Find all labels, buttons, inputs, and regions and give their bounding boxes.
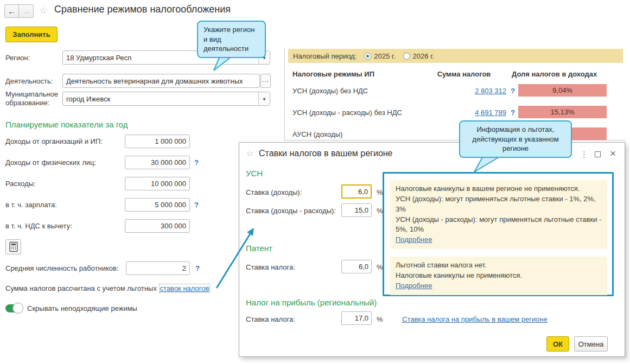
chevron-down-icon: ▾ (263, 96, 265, 102)
usn-section-header: УСН (246, 169, 263, 178)
info-line: Налоговые каникулы в вашем регионе не пр… (396, 184, 602, 194)
calculator-icon (9, 241, 18, 252)
help-icon[interactable]: ? (194, 158, 199, 167)
percent-sign: % (377, 315, 383, 323)
ok-button[interactable]: ОК (546, 336, 569, 352)
tax-period-bar: Налоговый период: 2025 г. 2026 г. (288, 49, 623, 63)
more-menu-icon[interactable]: ⋮ (580, 150, 588, 159)
toggle-knob (12, 303, 23, 314)
profit-rate-input[interactable] (341, 311, 372, 325)
vat-deduction-input[interactable] (125, 219, 190, 233)
radio-selected-icon (364, 53, 371, 60)
column-header-amount: Сумма налогов (421, 70, 507, 78)
details-link[interactable]: Подробнее (396, 235, 432, 244)
tax-period-label: Налоговый период: (293, 52, 357, 60)
profit-rate-label: Ставка налога: (246, 315, 295, 323)
info-line: УСН (доходы): могут применяться льготные… (396, 194, 602, 215)
share-bar: 15,13% (518, 106, 607, 118)
benefits-info-container: Налоговые каникулы в вашем регионе не пр… (383, 172, 614, 296)
app-window: ← → ☆ Сравнение режимов налогообложения … (0, 0, 630, 364)
column-header-regimes: Налоговые режимы ИП (292, 70, 374, 78)
regime-name: УСН (доходы) без НДС (292, 87, 368, 95)
expenses-label: Расходы: (5, 180, 36, 188)
municipality-value: город Ижевск (63, 95, 258, 103)
percent-sign: % (377, 207, 383, 215)
details-link[interactable]: Подробнее (396, 282, 432, 290)
usn-income-rate-input[interactable] (341, 184, 372, 199)
employees-label: Средняя численность работников: (5, 264, 119, 272)
municipality-dropdown-button[interactable]: ▾ (258, 92, 270, 105)
vat-deduction-label: в т. ч. НДС к вычету: (5, 222, 72, 230)
tax-amount-cell: 2 803 312 (421, 87, 506, 95)
radio-2026[interactable]: 2026 г. (403, 52, 434, 60)
help-icon[interactable]: ? (195, 264, 200, 272)
radio-2025[interactable]: 2025 г. (364, 52, 395, 60)
patent-section-header: Патент (246, 244, 272, 253)
regional-profit-rate-link[interactable]: Ставка налога на прибыль в вашем регионе (402, 315, 548, 323)
cancel-button[interactable]: Отмена (574, 336, 608, 352)
activity-field[interactable]: Деятельность ветеринарная для домашних ж… (62, 74, 260, 88)
info-line: Льготной ставки налога нет. (396, 260, 602, 271)
planned-indicators-header: Планируемые показатели за год (5, 120, 128, 129)
patent-rate-label: Ставка налога: (246, 263, 295, 271)
salary-input[interactable] (125, 198, 190, 212)
usn-income-rate-label: Ставка (доходы): (246, 188, 302, 196)
tax-comparison-panel: Налоговый период: 2025 г. 2026 г. Налого… (284, 48, 626, 141)
income-individuals-label: Доходы от физических лиц: (5, 158, 96, 167)
region-hint-tooltip: Укажите регион и вид деятельности (197, 21, 266, 58)
back-arrow-icon: ← (8, 7, 16, 16)
help-icon[interactable]: ? (511, 108, 515, 117)
close-icon[interactable]: × (610, 148, 616, 159)
activity-more-button[interactable]: ... (260, 74, 271, 88)
regime-name: АУСН (доходы) (292, 130, 342, 138)
forward-button[interactable]: → (19, 4, 34, 18)
dialog-title: Ставки налогов в вашем регионе (259, 149, 393, 158)
radio-2026-label: 2026 г. (413, 52, 434, 60)
benefits-info-box-usn: Налоговые каникулы в вашем регионе не пр… (390, 180, 607, 249)
hide-unsuitable-label: Скрывать неподходящие режимы (27, 304, 137, 312)
percent-sign: % (377, 263, 383, 271)
back-button[interactable]: ← (4, 4, 19, 18)
profit-tax-section-header: Налог на прибыль (региональный) (246, 298, 377, 307)
income-individuals-input[interactable] (125, 156, 190, 169)
usn-income-expense-rate-label: Ставка (доходы - расходы): (246, 207, 336, 215)
tax-amount-link[interactable]: 4 691 789 (475, 108, 506, 117)
nav-buttons: ← → (4, 4, 34, 18)
income-org-input[interactable] (125, 135, 190, 148)
benefits-info-box-patent: Льготной ставки налога нет. Налоговые ка… (390, 257, 607, 295)
municipality-label: Муниципальное образование: (5, 90, 61, 108)
radio-2025-label: 2025 г. (374, 52, 395, 60)
column-header-share: Доля налогов в доходах (512, 70, 623, 78)
share-bar: 9,04% (518, 84, 607, 97)
favorite-star-icon[interactable]: ☆ (246, 148, 253, 158)
regime-name: УСН (доходы - расходы) без НДС (292, 108, 402, 117)
help-icon[interactable]: ? (194, 201, 199, 209)
percent-sign: % (377, 188, 383, 196)
tax-amount-cell: 4 691 789 (421, 108, 506, 117)
radio-unselected-icon (403, 53, 410, 60)
info-line: УСН (доходы - расходы): могут применятьс… (396, 215, 602, 235)
help-icon[interactable]: ? (511, 87, 515, 95)
benefits-hint-tooltip: Информация о льготах, действующих в указ… (459, 120, 572, 158)
income-org-label: Доходы от организаций и ИП: (5, 137, 103, 145)
usn-income-expense-rate-input[interactable] (341, 203, 372, 217)
calculator-button[interactable] (5, 239, 21, 254)
benefit-note: Сумма налогов рассчитана с учетом льготн… (5, 284, 210, 292)
salary-label: в т. ч. зарплата: (5, 201, 57, 209)
expenses-input[interactable] (125, 177, 190, 190)
page-title: Сравнение режимов налогообложения (54, 4, 231, 15)
maximize-icon[interactable] (595, 151, 601, 157)
info-line: Налоговые каникулы не применяются. (396, 271, 602, 281)
activity-value: Деятельность ветеринарная для домашних ж… (63, 77, 259, 85)
hide-unsuitable-toggle[interactable] (5, 304, 22, 312)
tax-rates-link[interactable]: ставок налогов (160, 284, 209, 292)
patent-rate-input[interactable] (341, 260, 372, 273)
municipality-combobox[interactable]: город Ижевск ▾ (62, 92, 270, 106)
employees-input[interactable] (126, 261, 190, 275)
tax-amount-link[interactable]: 2 803 312 (475, 87, 506, 95)
activity-label: Деятельность: (5, 77, 53, 85)
favorite-star-icon[interactable]: ☆ (39, 5, 47, 16)
fill-button[interactable]: Заполнить (5, 27, 58, 42)
tax-rates-dialog: ☆ Ставки налогов в вашем регионе ⋮ × УСН… (239, 142, 625, 357)
forward-arrow-icon: → (22, 7, 30, 16)
